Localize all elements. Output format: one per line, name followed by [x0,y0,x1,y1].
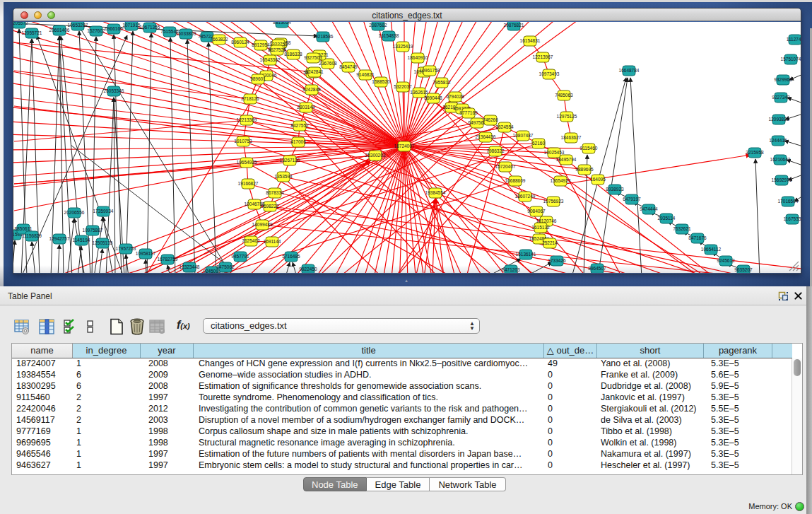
svg-text:8912954: 8912954 [252,42,270,47]
svg-text:417006: 417006 [290,139,306,144]
svg-text:12213967: 12213967 [533,54,553,59]
svg-text:20206556: 20206556 [64,210,85,215]
svg-text:12975125: 12975125 [557,114,577,119]
svg-text:19384554: 19384554 [425,190,446,195]
svg-text:989601: 989601 [250,76,266,81]
svg-text:9242841: 9242841 [305,69,324,74]
svg-text:16543362: 16543362 [260,57,281,62]
svg-text:9327503: 9327503 [304,55,322,60]
svg-text:18724007: 18724007 [394,144,415,148]
svg-text:8813054: 8813054 [273,22,291,25]
svg-text:14099489: 14099489 [252,222,273,227]
svg-text:9084067: 9084067 [527,209,546,214]
svg-text:5716485: 5716485 [282,254,300,259]
svg-text:7986322: 7986322 [486,148,505,153]
svg-text:19218586: 19218586 [313,34,334,39]
svg-text:13654923: 13654923 [551,178,571,183]
svg-text:1353594: 1353594 [274,174,293,179]
svg-text:10961758: 10961758 [420,68,440,73]
svg-text:12055721: 12055721 [22,30,42,35]
svg-text:8471676: 8471676 [688,235,707,240]
svg-text:25300203: 25300203 [365,153,386,158]
svg-text:1588520: 1588520 [372,79,390,84]
svg-text:17957253: 17957253 [116,246,136,251]
svg-text:8938923: 8938923 [606,187,624,192]
svg-text:2367608: 2367608 [319,61,337,66]
svg-text:9474444: 9474444 [640,206,658,211]
svg-text:1362615: 1362615 [410,90,428,95]
svg-text:9146821: 9146821 [356,72,375,77]
svg-text:11156829: 11156829 [22,233,42,238]
svg-text:1910753: 1910753 [234,139,252,144]
svg-text:10025453: 10025453 [544,150,565,155]
svg-text:1691144: 1691144 [264,239,281,244]
svg-text:3624554: 3624554 [495,124,514,129]
svg-text:10688609: 10688609 [505,178,526,183]
svg-text:9457791: 9457791 [231,254,249,259]
svg-text:16782759: 16782759 [158,257,178,262]
svg-text:2087682: 2087682 [369,23,387,28]
svg-text:1615132: 1615132 [531,225,550,230]
svg-text:18495794: 18495794 [556,157,577,162]
svg-text:16033809: 16033809 [176,31,196,36]
svg-text:3215958: 3215958 [746,150,764,155]
svg-text:6966160: 6966160 [105,26,123,31]
svg-text:7625402: 7625402 [242,238,260,243]
svg-text:20876821: 20876821 [504,23,524,28]
svg-text:10654112: 10654112 [701,247,722,252]
svg-text:18640910: 18640910 [408,55,428,60]
svg-text:9245612: 9245612 [717,258,735,263]
svg-text:2718126: 2718126 [241,96,259,101]
svg-text:8454749: 8454749 [339,64,358,69]
svg-text:13325419: 13325419 [393,44,413,49]
svg-text:21364436: 21364436 [476,134,496,139]
svg-text:12505135: 12505135 [93,240,113,245]
svg-text:1167533: 1167533 [784,216,801,221]
svg-text:17359934: 17359934 [93,209,114,214]
svg-text:2803144: 2803144 [297,105,315,110]
svg-text:1145194: 1145194 [73,238,90,243]
svg-text:6794028: 6794028 [446,94,464,99]
svg-text:17016504: 17016504 [778,199,799,204]
svg-text:10807487: 10807487 [513,133,534,138]
svg-text:6479197: 6479197 [623,197,641,201]
svg-text:20691406: 20691406 [49,28,70,33]
svg-text:9227343: 9227343 [772,95,790,100]
svg-text:10973493: 10973493 [539,71,560,76]
svg-text:10653287: 10653287 [68,23,88,28]
svg-text:10046788: 10046788 [245,201,265,206]
svg-text:8960124: 8960124 [231,40,249,45]
svg-text:1205572: 1205572 [13,22,28,25]
svg-text:1527602: 1527602 [87,28,105,33]
svg-text:8990448: 8990448 [424,95,442,100]
svg-text:9115460: 9115460 [580,146,598,151]
svg-text:9889695: 9889695 [575,167,594,172]
svg-text:8850611: 8850611 [15,226,33,231]
svg-text:8964507: 8964507 [588,266,606,271]
svg-text:8678334: 8678334 [266,190,284,195]
svg-text:9242848: 9242848 [302,87,321,92]
svg-text:12093823: 12093823 [769,117,789,122]
svg-text:1733426: 1733426 [548,258,566,263]
svg-text:10958117: 10958117 [136,251,156,256]
svg-text:252214: 252214 [542,240,558,245]
svg-text:9329966: 9329966 [774,77,792,82]
svg-text:8186328: 8186328 [284,52,302,57]
svg-text:26053346: 26053346 [104,88,124,93]
svg-text:8427552: 8427552 [290,123,309,128]
svg-text:15136141: 15136141 [516,252,536,257]
svg-text:62160: 62160 [532,141,545,146]
svg-text:12323448: 12323448 [180,264,200,269]
svg-text:15720407: 15720407 [495,164,516,169]
svg-text:18607249: 18607249 [515,194,536,199]
svg-text:18463627: 18463627 [561,135,582,140]
svg-text:10975887: 10975887 [83,228,103,233]
svg-text:10671355: 10671355 [140,25,160,30]
svg-text:19166827: 19166827 [238,181,259,186]
svg-text:7632621: 7632621 [673,226,691,231]
svg-text:7663822: 7663822 [210,37,228,42]
svg-text:9777169: 9777169 [459,110,478,115]
svg-text:5322037: 5322037 [394,84,412,89]
svg-text:16154838: 16154838 [379,33,399,38]
svg-text:19654925: 19654925 [237,160,257,165]
